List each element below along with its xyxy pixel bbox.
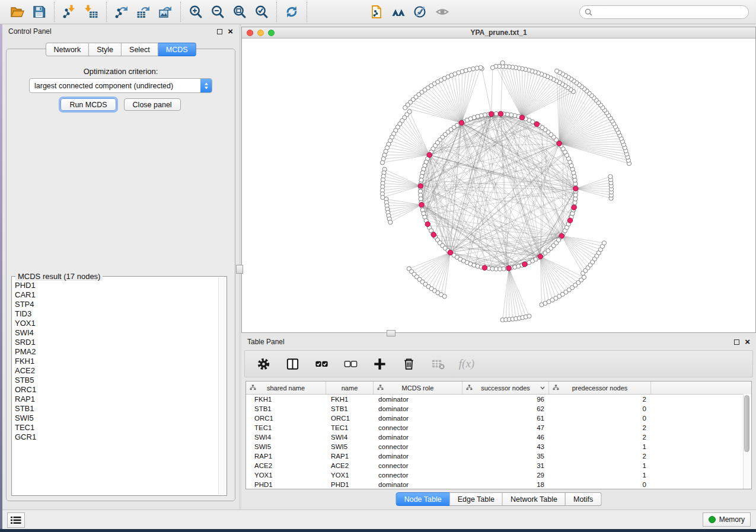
- network-overview-button[interactable]: [390, 4, 407, 20]
- cell-name: ORC1: [326, 415, 374, 422]
- export-network-button[interactable]: [113, 4, 130, 20]
- mcds-result-item[interactable]: SRD1: [15, 338, 216, 347]
- table-row[interactable]: SWI4SWI4dominator462: [246, 432, 751, 442]
- memory-button[interactable]: Memory: [703, 512, 751, 527]
- tab-edge-table[interactable]: Edge Table: [450, 492, 503, 506]
- tab-select[interactable]: Select: [122, 43, 158, 56]
- mcds-tab-content: Optimization criterion: largest connecte…: [6, 49, 235, 501]
- mcds-result-item[interactable]: SWI5: [15, 414, 216, 423]
- trash-icon: [401, 357, 416, 371]
- column-header-successor-nodes[interactable]: successor nodes: [462, 382, 549, 394]
- mcds-result-item[interactable]: STB5: [15, 376, 216, 385]
- cell-name: PHD1: [326, 481, 374, 488]
- run-mcds-button[interactable]: Run MCDS: [60, 98, 116, 111]
- horizontal-splitter-handle[interactable]: [387, 330, 395, 336]
- table-scrollbar[interactable]: [743, 394, 751, 489]
- table-row[interactable]: TEC1TEC1connector472: [246, 423, 751, 432]
- tab-style[interactable]: Style: [89, 43, 122, 56]
- table-toolbar: f(x): [244, 350, 753, 377]
- import-network-from-file-button[interactable]: [61, 4, 78, 20]
- vertical-splitter-handle[interactable]: [236, 265, 243, 274]
- mcds-result-item[interactable]: PMA2: [15, 347, 216, 357]
- toolbar-groups: [2, 2, 457, 22]
- unselect-all-columns-button[interactable]: [343, 356, 358, 371]
- tab-mcds[interactable]: MCDS: [158, 43, 196, 56]
- table-row[interactable]: FKH1FKH1dominator962: [246, 395, 751, 404]
- import-table-from-file-button[interactable]: [83, 4, 100, 20]
- cell-predecessor-nodes: 0: [549, 405, 651, 412]
- network-window-titlebar[interactable]: YPA_prune.txt_1: [242, 27, 755, 39]
- open-session-button[interactable]: [9, 4, 25, 20]
- float-table-panel-icon[interactable]: [734, 339, 739, 345]
- zoom-in-button[interactable]: [187, 4, 204, 20]
- tab-node-table[interactable]: Node Table: [396, 492, 450, 506]
- table-row[interactable]: YOX1YOX1connector291: [246, 470, 751, 480]
- table-settings-button[interactable]: [256, 356, 271, 371]
- table-row[interactable]: SWI5SWI5connector431: [246, 442, 751, 451]
- table-row[interactable]: STB1STB1dominator620: [246, 404, 751, 414]
- zoom-out-button[interactable]: [209, 4, 226, 20]
- mcds-list-scrollbar[interactable]: [218, 277, 226, 495]
- apply-preferred-layout-button[interactable]: [283, 4, 300, 20]
- search-input[interactable]: [595, 7, 748, 18]
- vizmap-button[interactable]: [412, 4, 429, 20]
- tab-motifs[interactable]: Motifs: [566, 492, 601, 506]
- select-all-columns-button[interactable]: [314, 356, 329, 371]
- table-panel-title: Table Panel: [247, 338, 734, 346]
- share-network-document-button[interactable]: [368, 4, 385, 20]
- column-header-mcds-role[interactable]: MCDS role: [374, 382, 462, 394]
- mcds-result-item[interactable]: STP4: [15, 300, 216, 309]
- zoom-fit-content-button[interactable]: [231, 4, 248, 20]
- table-row[interactable]: ORC1ORC1dominator610: [246, 414, 751, 423]
- mcds-result-item[interactable]: ACE2: [15, 366, 216, 376]
- mcds-result-item[interactable]: SWI4: [15, 328, 216, 338]
- minimize-window-icon[interactable]: [257, 30, 264, 36]
- table-row[interactable]: RAP1RAP1dominator352: [246, 451, 751, 461]
- cell-mcds-role: dominator: [374, 396, 462, 403]
- mcds-result-list[interactable]: PHD1CAR1STP4TID3YOX1SWI4SRD1PMA2FKH1ACE2…: [15, 281, 216, 494]
- toggle-panel-layout-button[interactable]: [285, 356, 300, 371]
- optimization-criterion-select[interactable]: largest connected component (undirected): [29, 78, 212, 93]
- mcds-result-item[interactable]: ORC1: [15, 385, 216, 395]
- eye-icon: [435, 4, 450, 20]
- mcds-result-item[interactable]: TEC1: [15, 423, 216, 432]
- close-table-panel-icon[interactable]: ×: [745, 339, 750, 345]
- maximize-window-icon[interactable]: [268, 30, 275, 36]
- export-image-button[interactable]: [157, 4, 174, 20]
- table-row[interactable]: PHD1PHD1dominator180: [246, 480, 751, 489]
- mcds-result-item[interactable]: RAP1: [15, 395, 216, 404]
- export-table-button[interactable]: [135, 4, 152, 20]
- close-window-icon[interactable]: [247, 30, 253, 36]
- table-scrollbar-thumb[interactable]: [744, 395, 749, 452]
- mcds-result-item[interactable]: GCR1: [15, 432, 216, 442]
- mcds-result-item[interactable]: STB1: [15, 404, 216, 414]
- table-row[interactable]: ACE2ACE2connector311: [246, 461, 751, 470]
- mcds-result-item[interactable]: YOX1: [15, 319, 216, 328]
- mcds-result-item[interactable]: PHD1: [15, 281, 216, 290]
- show-log-button[interactable]: [7, 512, 25, 528]
- close-panel-button[interactable]: Close panel: [124, 98, 181, 111]
- tab-network-table[interactable]: Network Table: [503, 492, 566, 506]
- network-canvas[interactable]: [242, 39, 755, 333]
- mcds-result-item[interactable]: TID3: [15, 309, 216, 319]
- search-box[interactable]: [579, 5, 749, 19]
- column-label: MCDS role: [402, 384, 434, 392]
- create-new-column-button[interactable]: [372, 356, 387, 371]
- close-panel-icon[interactable]: ×: [228, 28, 233, 34]
- delete-columns-button[interactable]: [401, 356, 416, 371]
- column-header-name[interactable]: name: [326, 382, 374, 394]
- tab-network[interactable]: Network: [45, 43, 89, 56]
- float-panel-icon[interactable]: [217, 29, 222, 34]
- export-image-icon: [158, 4, 173, 20]
- mcds-result-item[interactable]: FKH1: [15, 357, 216, 366]
- column-header-shared-name[interactable]: shared name: [246, 382, 326, 394]
- mcds-result-item[interactable]: CAR1: [15, 290, 216, 300]
- zoom-out-icon: [210, 4, 225, 20]
- column-label: shared name: [267, 384, 305, 392]
- column-header-predecessor-nodes[interactable]: predecessor nodes: [549, 382, 651, 394]
- column-type-icon: [553, 384, 559, 391]
- cell-mcds-role: connector: [374, 424, 462, 431]
- save-session-button[interactable]: [31, 4, 47, 20]
- zoom-in-icon: [188, 4, 203, 20]
- zoom-selected-region-button[interactable]: [253, 4, 270, 20]
